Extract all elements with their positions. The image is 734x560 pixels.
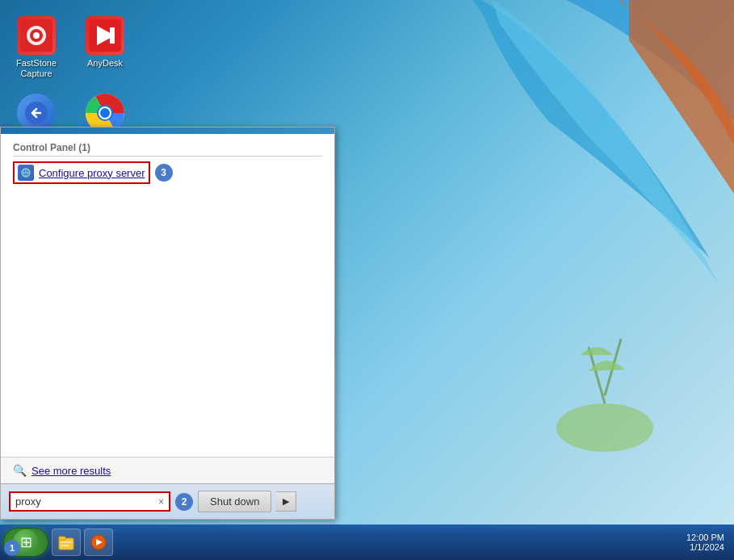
shutdown-arrow-button[interactable]: ▶ <box>276 491 296 512</box>
media-icon <box>90 533 107 551</box>
search-results-area: Control Panel (1) <box>1 134 334 457</box>
clock-date: 1/1/2024 <box>686 542 724 552</box>
windows-flag-decoration <box>346 0 734 460</box>
result-row: Configure proxy server 3 <box>13 161 322 184</box>
desktop-icons-area: FastStone Capture AnyDesk <box>8 16 133 136</box>
svg-rect-21 <box>59 537 65 540</box>
section-title: Control Panel (1) <box>13 142 322 157</box>
taskbar: ⊞ 1 12:00 PM 1/1/2024 <box>0 524 734 560</box>
control-panel-section: Control Panel (1) <box>13 142 322 184</box>
step-3-badge: 3 <box>155 164 173 182</box>
step-1-badge: 1 <box>4 540 20 556</box>
windows-logo-icon: ⊞ <box>20 533 32 551</box>
see-more-results-link[interactable]: See more results <box>31 465 111 477</box>
anydesk-label: AnyDesk <box>87 58 123 69</box>
start-menu: Control Panel (1) <box>0 127 335 520</box>
start-menu-header <box>1 127 334 134</box>
search-input-area: proxy × 2 Shut down ▶ <box>1 483 334 519</box>
step-2-badge: 2 <box>175 493 193 511</box>
svg-point-0 <box>556 403 653 452</box>
explorer-icon <box>57 533 75 551</box>
svg-point-6 <box>33 32 40 39</box>
taskbar-clock: 12:00 PM 1/1/2024 <box>686 533 731 552</box>
shutdown-button[interactable]: Shut down <box>198 491 271 512</box>
svg-rect-23 <box>61 545 69 546</box>
proxy-result-icon <box>18 165 34 181</box>
svg-line-1 <box>589 347 605 403</box>
taskbar-media-button[interactable] <box>84 529 113 556</box>
faststone-icon-img <box>17 16 56 55</box>
faststone-icon[interactable]: FastStone Capture <box>8 16 65 79</box>
start-button[interactable]: ⊞ 1 <box>3 528 48 557</box>
svg-rect-9 <box>110 27 115 44</box>
see-more-results-area: 🔍 See more results <box>1 457 334 483</box>
clock-time: 12:00 PM <box>686 533 724 542</box>
faststone-label: FastStone Capture <box>8 58 65 79</box>
anydesk-icon-img <box>86 16 124 55</box>
search-input-text[interactable]: proxy <box>15 495 155 508</box>
desktop: FastStone Capture AnyDesk <box>0 0 734 560</box>
search-icon-small: 🔍 <box>13 464 27 477</box>
configure-proxy-result[interactable]: Configure proxy server <box>13 161 150 184</box>
svg-rect-22 <box>61 541 72 543</box>
anydesk-icon[interactable]: AnyDesk <box>77 16 133 79</box>
svg-point-14 <box>100 108 110 118</box>
taskbar-explorer-button[interactable] <box>52 529 81 556</box>
search-clear-button[interactable]: × <box>158 496 164 508</box>
search-input-box[interactable]: proxy × <box>9 491 170 512</box>
configure-proxy-link[interactable]: Configure proxy server <box>39 167 145 179</box>
